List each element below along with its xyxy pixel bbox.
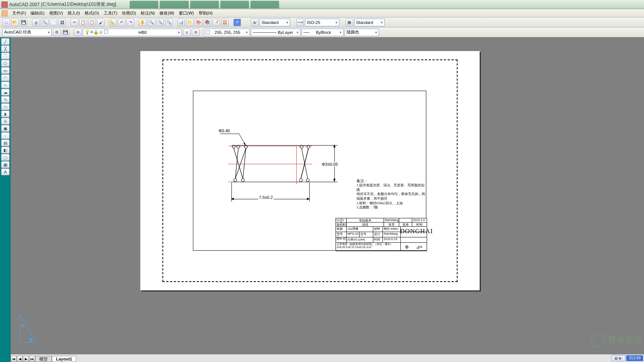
menu-file[interactable]: 文件(F)	[10, 10, 28, 17]
new-icon[interactable]: □	[2, 19, 10, 26]
window-tabs-strip	[130, 1, 279, 8]
table-style-combo[interactable]: Standard▾	[354, 19, 385, 26]
menu-modify[interactable]: 修改(M)	[157, 10, 177, 17]
line-icon[interactable]: ╱	[1, 38, 10, 45]
layer-state-icon[interactable]: ≋	[192, 29, 199, 36]
linetype-preview: ────────	[253, 30, 276, 35]
color-combo[interactable]: 255, 255, 255▾	[204, 29, 250, 36]
tab-last-icon[interactable]: ⏭	[29, 356, 35, 362]
lineweight-combo[interactable]: ── ByBlock▾	[302, 29, 344, 36]
ellipse-icon[interactable]: ⬭	[1, 103, 10, 110]
notes-line: 倒伏等不良。各圈分布均匀，整体无毛刺；两	[357, 192, 426, 197]
wspace-settings-icon[interactable]: ⚙	[53, 29, 61, 36]
redo-icon[interactable]: ↷	[127, 19, 134, 26]
tab-first-icon[interactable]: ⏮	[11, 356, 17, 362]
spline-icon[interactable]: ∿	[1, 96, 10, 103]
help-icon[interactable]: ?	[233, 19, 241, 26]
menu-edit[interactable]: 编辑(E)	[28, 10, 47, 17]
preview-icon[interactable]: 🔍	[41, 19, 48, 26]
tb-cell: X±0.20 X±0.15 XX±0.10 ∠±1°	[337, 246, 400, 249]
tab-model[interactable]: 模型	[35, 356, 52, 362]
menu-format[interactable]: 格式(O)	[82, 10, 101, 17]
dim-style-value: ISO-25	[307, 20, 320, 25]
arc-icon[interactable]: ◠	[1, 74, 10, 81]
make-block-icon[interactable]: ▣	[1, 125, 10, 132]
svg-point-4	[241, 179, 244, 182]
menu-window[interactable]: 窗口(W)	[177, 10, 196, 17]
save-icon[interactable]: 💾	[20, 19, 27, 26]
region-icon[interactable]: ▢	[1, 154, 10, 161]
layer-combo[interactable]: 💡❄🔒🖨 HB0 ▾	[83, 29, 182, 36]
autocad-menu-icon[interactable]	[2, 10, 8, 16]
paste-icon[interactable]: 📋	[88, 19, 96, 26]
table-style-icon[interactable]: ▦	[345, 19, 353, 26]
zoom-rt-icon[interactable]: 🔍	[148, 19, 155, 26]
tab-prev-icon[interactable]: ◀	[17, 356, 23, 362]
menu-view[interactable]: 视图(V)	[47, 10, 66, 17]
ellipse-arc-icon[interactable]: ◗	[1, 111, 10, 117]
xline-icon[interactable]: ╳	[1, 45, 10, 52]
wspace-save-icon[interactable]: 💾	[62, 29, 69, 36]
dim-style-combo[interactable]: ISO-25▾	[305, 19, 339, 26]
window-tab[interactable]	[251, 1, 279, 8]
pan-icon[interactable]: ✋	[139, 19, 146, 26]
rectangle-icon[interactable]: ▭	[1, 67, 10, 74]
cut-icon[interactable]: ✂	[71, 19, 78, 26]
svg-text:X: X	[30, 338, 32, 342]
dim-length: 7.5±0.2	[258, 195, 274, 200]
menu-tools[interactable]: 工具(T)	[101, 10, 120, 17]
window-tab[interactable]	[190, 1, 219, 8]
publish-icon[interactable]: 📄	[50, 19, 57, 26]
mtext-icon[interactable]: A	[1, 168, 10, 175]
text-style-combo[interactable]: Standard▾	[260, 19, 290, 26]
text-style-value: Standard	[262, 20, 279, 25]
revcloud-icon[interactable]: ☁	[1, 89, 10, 96]
zoom-prev-icon[interactable]: 🔍	[165, 19, 173, 26]
undo-icon[interactable]: ↶	[118, 19, 125, 26]
point-icon[interactable]: ·	[1, 132, 10, 139]
properties-icon[interactable]: 📊	[177, 19, 185, 26]
table-icon[interactable]: ▦	[1, 161, 10, 168]
linetype-combo[interactable]: ──────── ByLayer▾	[251, 29, 300, 36]
gradient-icon[interactable]: ◧	[1, 147, 10, 154]
circle-icon[interactable]: ○	[1, 82, 10, 88]
block-editor-icon[interactable]: 📐	[109, 19, 117, 26]
tab-layout1[interactable]: Layout1	[52, 356, 76, 362]
menu-help[interactable]: 帮助(H)	[196, 10, 215, 17]
menu-dim[interactable]: 标注(N)	[138, 10, 157, 17]
markup-icon[interactable]: 📝	[212, 19, 220, 26]
workspace-combo[interactable]: AutoCAD 经典▾	[2, 29, 52, 36]
print-icon[interactable]: 🖨	[32, 19, 40, 26]
sset-mgr-icon[interactable]: 📚	[204, 19, 211, 26]
lineweight-value: ByBlock	[316, 30, 331, 35]
tb-cell: 标题	[336, 227, 347, 232]
hatch-icon[interactable]: ▤	[1, 139, 10, 146]
tab-next-icon[interactable]: ▶	[23, 356, 29, 362]
text-style-icon[interactable]: A⁄	[251, 19, 259, 26]
menu-insert[interactable]: 插入(I)	[65, 10, 82, 17]
copy-icon[interactable]: 📋	[79, 19, 87, 26]
plot-icon[interactable]: 🖼	[58, 19, 66, 26]
open-icon[interactable]: 📂	[11, 19, 19, 26]
window-tab[interactable]	[220, 1, 249, 8]
layer-prev-icon[interactable]: ≡	[183, 29, 191, 36]
layer-manager-icon[interactable]: ≋	[74, 29, 82, 36]
title-file: [C:\Users\a11\Desktop\101弹簧.dwg]	[41, 1, 116, 8]
menu-draw[interactable]: 绘图(D)	[120, 10, 138, 17]
window-tab[interactable]	[160, 1, 188, 8]
layers-toolbar: AutoCAD 经典▾ ⚙ 💾 ≋ 💡❄🔒🖨 HB0 ▾ ≡ ≋ 255, 25…	[0, 27, 644, 37]
match-prop-icon[interactable]: 🖌	[97, 19, 104, 26]
zoom-win-icon[interactable]: 🔍	[156, 19, 164, 26]
pline-icon[interactable]: ⌒	[1, 53, 10, 59]
dim-style-icon[interactable]: ⟶	[296, 19, 304, 26]
calc-icon[interactable]: 🧮	[221, 19, 229, 26]
plotstyle-combo[interactable]: 随颜色▾	[345, 29, 379, 36]
dcenter-icon[interactable]: 📁	[186, 19, 194, 26]
insert-block-icon[interactable]: ⎘	[1, 118, 10, 125]
plotstyle-value: 随颜色	[347, 29, 359, 35]
window-tab[interactable]	[130, 1, 158, 8]
tool-palette-icon[interactable]: 🎨	[195, 19, 202, 26]
command-prompt[interactable]: 命令:	[612, 355, 626, 361]
polygon-icon[interactable]: ⬠	[1, 60, 10, 67]
canvas-area[interactable]: Φ0.45 Φ3±0.05 7.5±0.2	[11, 37, 644, 354]
